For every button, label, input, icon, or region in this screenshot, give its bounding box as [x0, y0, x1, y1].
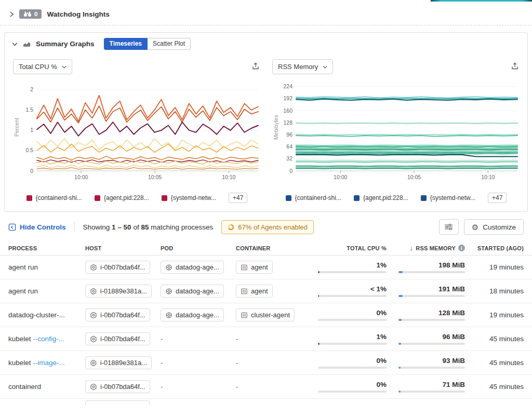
pod-cell: - — [161, 335, 236, 343]
table-body: agent runi-0b07bda64f...datadog-age...ag… — [0, 255, 532, 399]
legend-item[interactable]: {agent,pid:228... — [95, 194, 149, 201]
container-pill[interactable]: cluster-agent — [236, 308, 295, 321]
column-header-rss-memory[interactable]: ↓ RSS MEMORY i — [387, 244, 465, 252]
cpu-value: 0% — [318, 309, 387, 317]
chevron-down-icon — [323, 65, 327, 69]
table-row[interactable]: containerdi-0b07bda64f...--0%71 MiB45 mi… — [0, 375, 532, 399]
legend-item[interactable]: {systemd-netw... — [162, 194, 216, 201]
agents-enabled-badge[interactable]: 67% of Agents enabled — [221, 220, 314, 234]
process-arg-link[interactable]: --config-... — [33, 335, 64, 343]
watchdog-insights-header[interactable]: 0 Watchdog Insights — [0, 0, 532, 25]
table-row[interactable]: kubelet --config-...i-0b07bda64f...--1%9… — [0, 327, 532, 351]
memory-metric-label: RSS Memory — [278, 63, 318, 71]
tab-timeseries[interactable]: Timeseries — [104, 38, 148, 50]
pod-empty: - — [161, 383, 163, 391]
started-cell: 19 minutes — [465, 311, 524, 319]
column-header-pod[interactable]: POD — [161, 245, 236, 251]
svg-text:0.5: 0.5 — [25, 147, 33, 153]
agents-enabled-label: 67% of Agents enabled — [238, 223, 308, 231]
customize-button[interactable]: ⚙ Customize — [464, 219, 524, 235]
host-pill[interactable]: i-0b07bda64f... — [85, 380, 150, 393]
table-row[interactable]: agent runi-01889e381a...datadog-age...ag… — [0, 279, 532, 303]
legend-item[interactable]: {containerd-shi... — [286, 194, 341, 201]
pod-cell: datadog-age... — [161, 261, 236, 274]
info-icon[interactable]: i — [458, 245, 465, 251]
process-cell[interactable]: kubelet --config-... — [8, 335, 85, 343]
column-header-host[interactable]: HOST — [85, 245, 161, 251]
cpu-value: 0% — [318, 381, 387, 388]
chevron-down-icon[interactable] — [12, 42, 18, 46]
pod-icon — [165, 312, 172, 319]
column-header-process[interactable]: PROCESS — [8, 245, 85, 251]
rss-value: 71 MiB — [398, 381, 465, 388]
svg-text:10:00: 10:00 — [334, 174, 347, 180]
rss-value: 93 MiB — [398, 357, 465, 365]
container-pill[interactable]: agent — [236, 261, 273, 274]
partial-next-row — [0, 399, 532, 405]
svg-text:224: 224 — [283, 83, 292, 89]
rss-value: 191 MiB — [398, 285, 465, 293]
started-cell: 45 minutes — [465, 335, 524, 343]
process-cell[interactable]: agent run — [8, 287, 85, 295]
host-pill[interactable]: i-0b07bda64f... — [85, 332, 150, 345]
column-header-container[interactable]: CONTAINER — [236, 245, 318, 251]
table-row[interactable]: datadog-cluster-...i-0b07bda64f...datado… — [0, 303, 532, 327]
export-button[interactable] — [250, 61, 261, 73]
rss-value: 96 MiB — [398, 333, 465, 341]
tab-scatter-plot[interactable]: Scatter Plot — [148, 38, 191, 50]
legend-item[interactable]: {systemd-netw... — [421, 194, 475, 201]
host-pill[interactable]: i-01889e381a... — [85, 356, 152, 369]
legend-more-button[interactable]: +47 — [488, 193, 507, 203]
hide-controls-label: Hide Controls — [20, 223, 66, 231]
host-cell: i-0b07bda64f... — [85, 332, 161, 345]
process-cell[interactable]: datadog-cluster-... — [8, 311, 85, 319]
column-header-started[interactable]: STARTED (AGO) — [465, 245, 524, 251]
cpu-metric-select[interactable]: Total CPU % — [13, 59, 72, 74]
svg-text:0: 0 — [289, 168, 292, 174]
host-pill[interactable]: i-0b07bda64f... — [85, 308, 150, 321]
pod-pill[interactable]: datadog-age... — [161, 285, 224, 298]
rss-bar-fill — [398, 343, 401, 345]
container-pill[interactable]: agent — [236, 285, 273, 298]
cpu-bar-fill — [318, 343, 320, 345]
cpu-bar-fill — [318, 271, 320, 273]
memory-metric-select[interactable]: RSS Memory — [272, 59, 333, 74]
legend-item[interactable]: {containerd-shi... — [26, 194, 82, 201]
chevron-right-icon[interactable] — [9, 11, 14, 18]
table-row[interactable]: agent runi-0b07bda64f...datadog-age...ag… — [0, 255, 532, 279]
area-chart-icon — [23, 41, 31, 47]
memory-timeseries-chart[interactable]: 032649612816019222410:0010:0510:10Mebiby… — [271, 78, 521, 189]
host-pill[interactable]: i-01889e381a... — [85, 285, 152, 298]
host-cell: i-0b07bda64f... — [85, 308, 161, 321]
container-icon — [241, 288, 248, 295]
process-cell[interactable]: agent run — [8, 263, 85, 271]
legend-more-button[interactable]: +47 — [229, 193, 247, 203]
cpu-value: 1% — [318, 261, 387, 269]
host-pill[interactable]: i-0b07bda64f... — [85, 261, 150, 274]
legend-item[interactable]: {agent,pid:228... — [354, 194, 408, 201]
cpu-timeseries-chart[interactable]: 00.511.5210:0010:0510:10Percent — [12, 78, 262, 189]
process-cell[interactable]: kubelet --image-... — [8, 359, 85, 367]
cpu-value: 0% — [318, 357, 387, 365]
column-header-total-cpu[interactable]: TOTAL CPU % — [318, 245, 387, 251]
pod-pill[interactable]: datadog-age... — [161, 308, 224, 321]
column-options-button[interactable] — [439, 219, 459, 235]
rss-cell: 128 MiB — [387, 309, 465, 321]
hide-controls-button[interactable]: Hide Controls — [8, 223, 66, 231]
watchdog-title: Watchdog Insights — [47, 10, 109, 18]
export-button[interactable] — [510, 61, 520, 73]
cpu-cell: 1% — [318, 261, 387, 273]
svg-text:128: 128 — [283, 119, 292, 126]
pod-icon — [165, 264, 172, 271]
rss-cell: 198 MiB — [387, 261, 465, 273]
table-row[interactable]: kubelet --image-...i-01889e381a...--0%93… — [0, 351, 532, 375]
rss-bar-fill — [398, 367, 401, 369]
cpu-bar — [318, 343, 387, 345]
svg-text:1: 1 — [30, 127, 33, 133]
process-cell[interactable]: containerd — [8, 383, 85, 391]
showing-total: 85 — [141, 223, 149, 231]
memory-chart-panel: RSS Memory 032649612816019222410:0010:05… — [271, 57, 521, 206]
process-arg-link[interactable]: --image-... — [33, 359, 65, 367]
started-cell: 45 minutes — [465, 383, 524, 391]
pod-pill[interactable]: datadog-age... — [161, 261, 224, 274]
